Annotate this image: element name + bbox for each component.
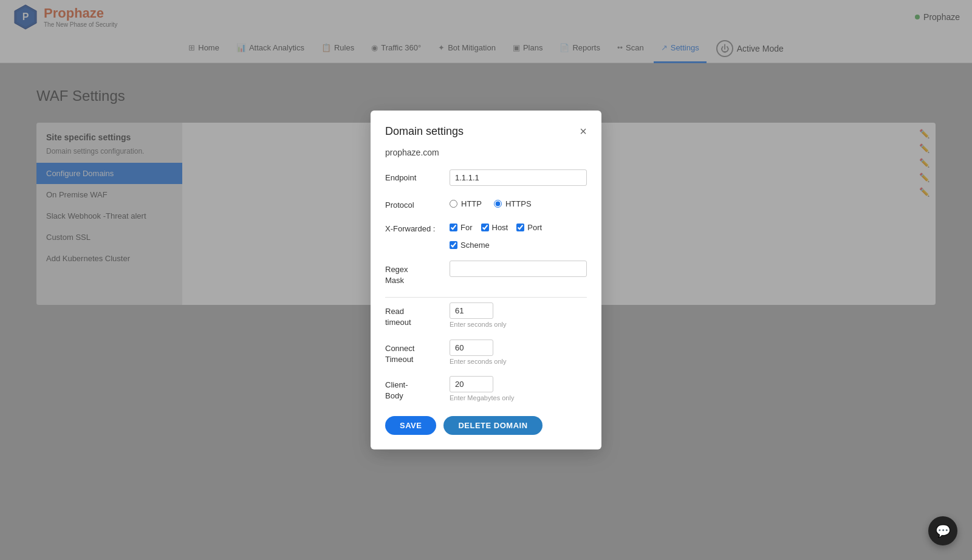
- client-body-row: Client-Body Enter Megabytes only: [385, 376, 587, 401]
- protocol-http-text: HTTP: [461, 199, 482, 208]
- protocol-http-label[interactable]: HTTP: [450, 199, 482, 208]
- xfwd-scheme-checkbox[interactable]: [450, 241, 457, 249]
- xfwd-for-label[interactable]: For: [450, 223, 473, 232]
- protocol-group: HTTP HTTPS: [450, 197, 532, 208]
- protocol-row: Protocol HTTP HTTPS: [385, 197, 587, 210]
- xfwd-scheme-label[interactable]: Scheme: [450, 241, 490, 250]
- domain-settings-modal: Domain settings × prophaze.com Endpoint …: [371, 111, 601, 450]
- protocol-https-text: HTTPS: [505, 199, 532, 208]
- connect-timeout-group: Enter seconds only: [450, 340, 507, 365]
- connect-timeout-hint: Enter seconds only: [450, 358, 507, 365]
- xfwd-host-text: Host: [492, 223, 508, 232]
- modal-domain: prophaze.com: [385, 148, 587, 157]
- chat-icon: 💬: [936, 524, 951, 538]
- modal-footer: SAVE DELETE DOMAIN: [385, 416, 587, 435]
- read-timeout-group: Enter seconds only: [450, 302, 507, 328]
- xfwd-group: For Host Port Scheme: [450, 220, 587, 250]
- read-timeout-label: Readtimeout: [385, 302, 440, 328]
- connect-timeout-row: ConnectTimeout Enter seconds only: [385, 340, 587, 365]
- chat-button[interactable]: 💬: [928, 516, 957, 545]
- xfwd-scheme-text: Scheme: [460, 241, 490, 250]
- regex-mask-row: RegexMask: [385, 261, 587, 286]
- xfwd-row: X-Forwarded : For Host Port Scheme: [385, 220, 587, 250]
- read-timeout-row: Readtimeout Enter seconds only: [385, 302, 587, 328]
- client-body-label: Client-Body: [385, 376, 440, 401]
- endpoint-row: Endpoint: [385, 169, 587, 186]
- xfwd-port-label[interactable]: Port: [516, 223, 542, 232]
- client-body-hint: Enter Megabytes only: [450, 394, 514, 401]
- save-button[interactable]: SAVE: [385, 416, 436, 435]
- xfwd-port-text: Port: [527, 223, 542, 232]
- divider: [385, 297, 587, 298]
- protocol-http-radio[interactable]: [450, 200, 457, 208]
- protocol-https-radio[interactable]: [494, 200, 502, 208]
- modal-title: Domain settings: [385, 125, 464, 138]
- xfwd-label: X-Forwarded :: [385, 220, 440, 233]
- client-body-group: Enter Megabytes only: [450, 376, 514, 401]
- modal-overlay: Domain settings × prophaze.com Endpoint …: [0, 0, 972, 560]
- connect-timeout-label: ConnectTimeout: [385, 340, 440, 365]
- connect-timeout-input[interactable]: [450, 340, 493, 356]
- delete-domain-button[interactable]: DELETE DOMAIN: [443, 416, 542, 435]
- protocol-https-label[interactable]: HTTPS: [494, 199, 532, 208]
- endpoint-label: Endpoint: [385, 169, 440, 182]
- read-timeout-hint: Enter seconds only: [450, 321, 507, 328]
- regex-mask-label: RegexMask: [385, 261, 440, 286]
- protocol-label: Protocol: [385, 197, 440, 210]
- read-timeout-input[interactable]: [450, 302, 493, 319]
- endpoint-input[interactable]: [450, 169, 587, 186]
- xfwd-host-checkbox[interactable]: [481, 224, 489, 231]
- xfwd-for-checkbox[interactable]: [450, 224, 457, 231]
- modal-header: Domain settings ×: [385, 125, 587, 138]
- modal-close-button[interactable]: ×: [580, 125, 587, 137]
- xfwd-host-label[interactable]: Host: [481, 223, 508, 232]
- regex-mask-input[interactable]: [450, 261, 587, 277]
- client-body-input[interactable]: [450, 376, 493, 392]
- xfwd-port-checkbox[interactable]: [516, 224, 524, 231]
- xfwd-for-text: For: [460, 223, 473, 232]
